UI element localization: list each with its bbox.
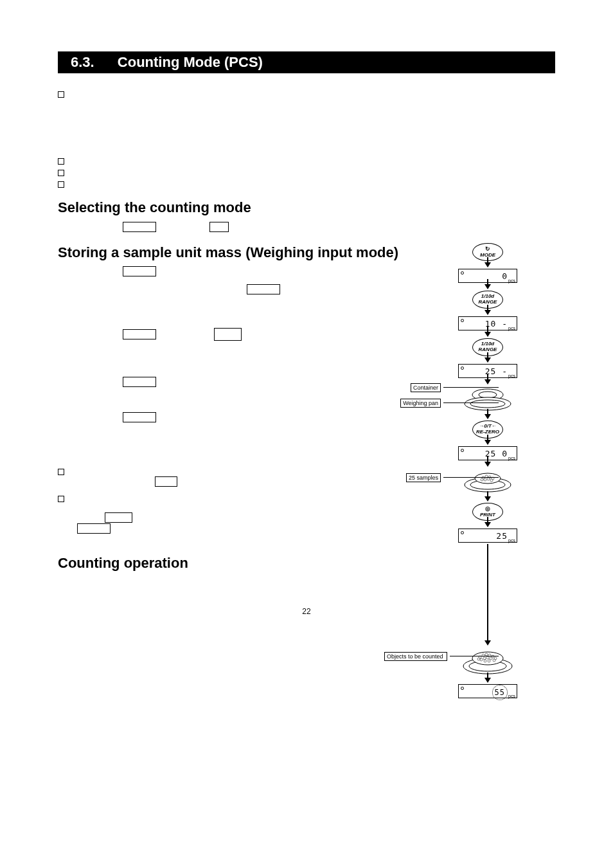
lcd-inline-50: 50 -	[105, 512, 132, 523]
bullet-icon	[58, 158, 64, 165]
lcd-inline-250: 25 0	[214, 328, 242, 341]
lcd-value: 25	[496, 531, 508, 541]
label-objects: Objects to be counted	[384, 652, 447, 661]
svg-point-31	[477, 658, 480, 660]
step-1: 1 Press the key to select (counting mode…	[75, 220, 405, 233]
svg-point-29	[484, 660, 486, 662]
section-text: Counting Mode (PCS)	[118, 54, 263, 70]
arrow-long-icon	[487, 544, 488, 640]
heading-storing: Storing a sample unit mass (Weighing inp…	[58, 244, 405, 261]
step-6: 6 Place the 25 samples specified on the …	[75, 393, 405, 406]
lcd-inline-lo: L o	[155, 476, 177, 487]
key-print-inline-2	[77, 523, 111, 534]
step-7: 7 Press the key to calculate and store t…	[75, 410, 405, 435]
arrow-down-icon	[484, 310, 491, 315]
key-rezero-inline-2	[123, 377, 156, 387]
lcd-value: 0	[502, 271, 508, 281]
step-3: 3 To select the number of samples, press…	[75, 282, 405, 323]
bullet-icon	[58, 496, 64, 502]
svg-point-11	[484, 478, 486, 481]
svg-point-26	[486, 656, 489, 659]
svg-point-12	[487, 478, 490, 480]
lcd-unit: pcs	[508, 321, 515, 336]
svg-point-14	[481, 478, 483, 481]
heading-selecting: Selecting the counting mode	[58, 199, 405, 216]
section-title: 6.3. Counting Mode (PCS)	[58, 51, 555, 73]
svg-point-13	[490, 479, 493, 482]
lcd-value: 55	[492, 685, 508, 700]
lcd-unit: pcs	[508, 534, 515, 548]
arrow-down-icon	[484, 496, 491, 502]
key-range-inline	[123, 266, 156, 276]
arrow-down-icon	[484, 678, 491, 683]
lcd-unit: pcs	[508, 451, 515, 466]
key-mode-inline	[123, 222, 156, 232]
section-number: 6.3.	[71, 54, 94, 70]
step-2: 2 Press the key to enter the sample unit…	[75, 265, 405, 278]
bullet-icon	[58, 469, 64, 475]
arrow-down-icon	[484, 414, 491, 419]
arrow-down-icon	[484, 462, 491, 467]
arrow-down-icon	[484, 440, 491, 445]
svg-point-25	[483, 657, 486, 660]
key-print-inline	[123, 412, 156, 422]
key-rezero-inline	[123, 329, 156, 339]
label-pan: Weighing pan	[400, 399, 441, 408]
arrow-down-icon	[484, 379, 491, 384]
bullet-icon	[58, 170, 64, 176]
arrow-down-icon	[484, 332, 491, 337]
arrow-down-icon	[484, 640, 491, 646]
arrow-down-icon	[484, 357, 491, 363]
svg-point-24	[480, 658, 483, 661]
bullet-icon	[58, 181, 64, 188]
key-range-inline-2	[247, 284, 280, 294]
step-8: 8 Place the objects to be counted on the…	[75, 575, 405, 588]
pan-with-objects-icon	[459, 648, 517, 675]
arrow-down-icon	[484, 262, 491, 267]
label-samples: 25 samples	[406, 473, 441, 482]
step-4: 4 Press the key to display 25 0 .(The ex…	[75, 328, 405, 370]
lcd-display: 25 pcs	[458, 529, 517, 543]
svg-point-27	[490, 657, 492, 660]
heading-counting-op: Counting operation	[58, 555, 405, 572]
arrow-down-icon	[484, 284, 491, 289]
pan-with-samples-icon	[459, 469, 517, 494]
svg-point-30	[488, 660, 490, 662]
lcd-display: 55 pcs	[458, 684, 517, 698]
lcd-unit: pcs	[508, 689, 515, 703]
flow-diagram: ↻ MODE 0 pcs 1/10d RANGE 10 - pcs 1	[420, 243, 555, 700]
arrow-down-icon	[484, 522, 491, 527]
weighing-pan-icon	[459, 387, 517, 411]
svg-point-28	[493, 659, 495, 662]
label-container: Container	[411, 383, 441, 392]
lcd-unit: pcs	[508, 274, 515, 288]
bullet-icon	[58, 91, 64, 98]
lcd-unit: pcs	[508, 369, 515, 383]
svg-point-3	[470, 400, 505, 408]
key-pcs-inline	[209, 222, 229, 232]
step-5: 5 Press the key to cancel the container …	[75, 375, 405, 388]
